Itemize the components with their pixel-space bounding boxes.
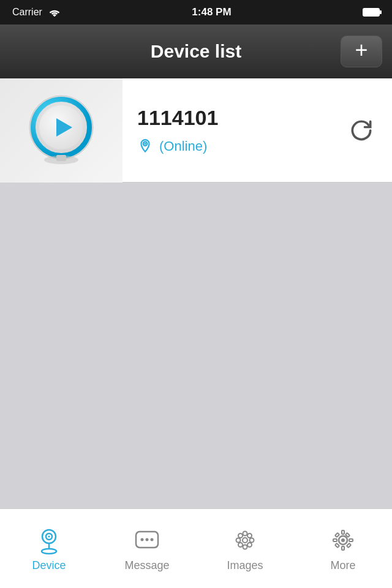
svg-point-23	[247, 543, 252, 547]
svg-point-15	[146, 538, 149, 541]
battery-icon	[363, 8, 380, 17]
nav-title: Device list	[151, 41, 241, 62]
svg-point-24	[247, 533, 252, 538]
svg-rect-28	[342, 530, 344, 534]
add-device-button[interactable]: +	[341, 36, 382, 67]
more-tab-icon	[328, 525, 358, 556]
svg-rect-30	[333, 539, 337, 541]
wifi-icon	[48, 8, 61, 17]
images-tab-icon	[230, 525, 260, 556]
camera-play-icon	[24, 94, 98, 167]
status-time: 1:48 PM	[192, 6, 231, 18]
tab-more[interactable]: More	[294, 509, 392, 588]
refresh-icon	[348, 117, 375, 144]
svg-point-14	[141, 538, 144, 541]
device-card[interactable]: 1114101 (Online)	[0, 78, 392, 183]
svg-rect-31	[349, 539, 353, 541]
message-tab-label: Message	[124, 559, 169, 572]
svg-rect-5	[56, 155, 66, 161]
message-tab-icon	[132, 525, 162, 556]
location-pin-icon	[137, 138, 153, 154]
nav-bar: Device list +	[0, 24, 392, 78]
device-status: (Online)	[137, 138, 328, 154]
svg-point-18	[243, 532, 247, 536]
device-info: 1114101 (Online)	[123, 106, 343, 154]
svg-point-20	[236, 538, 241, 543]
tab-device[interactable]: Device	[0, 509, 98, 588]
images-tab-label: Images	[227, 559, 263, 572]
svg-rect-29	[342, 546, 344, 550]
svg-rect-35	[335, 543, 339, 548]
svg-point-16	[151, 538, 154, 541]
svg-point-7	[144, 143, 146, 145]
device-tab-label: Device	[32, 559, 66, 572]
tab-message[interactable]: Message	[98, 509, 196, 588]
plus-icon: +	[355, 39, 368, 61]
refresh-button[interactable]	[343, 112, 380, 149]
status-left: Carrier	[12, 7, 61, 18]
svg-rect-33	[347, 543, 351, 548]
status-bar: Carrier 1:48 PM	[0, 0, 392, 24]
svg-point-10	[48, 536, 50, 538]
svg-point-11	[42, 549, 56, 554]
svg-point-21	[250, 538, 254, 543]
status-right	[363, 8, 380, 17]
status-text: (Online)	[159, 138, 207, 154]
svg-point-17	[243, 538, 247, 543]
svg-rect-32	[335, 533, 339, 537]
empty-list-area	[0, 183, 392, 551]
tab-images[interactable]: Images	[196, 509, 294, 588]
device-thumbnail	[0, 78, 123, 183]
svg-point-22	[238, 533, 243, 538]
svg-point-27	[341, 538, 345, 542]
device-id: 1114101	[137, 106, 328, 130]
device-list: 1114101 (Online)	[0, 78, 392, 551]
device-tab-icon	[34, 525, 64, 556]
carrier-label: Carrier	[12, 7, 42, 18]
svg-point-25	[238, 543, 243, 547]
svg-point-19	[243, 545, 247, 549]
tab-bar: Device Message	[0, 508, 392, 588]
more-tab-label: More	[330, 559, 355, 572]
